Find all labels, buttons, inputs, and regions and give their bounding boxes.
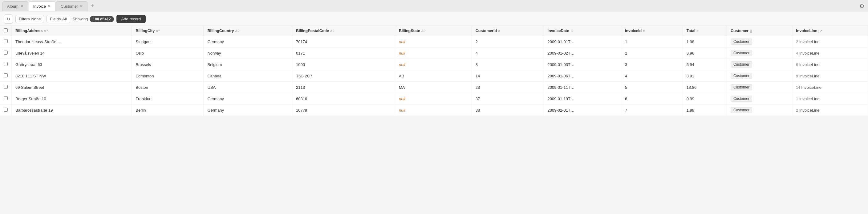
showing-badge: Showing 100 of 412 bbox=[73, 16, 114, 22]
col-invoice-line[interactable]: InvoiceLine [↗ bbox=[792, 26, 868, 36]
cell-invoice-date: 2009-01-03T… bbox=[544, 59, 621, 70]
cell-customer[interactable]: Customer bbox=[726, 48, 792, 59]
invoice-line-count: 6 bbox=[796, 62, 798, 67]
cell-billing-state: null bbox=[395, 48, 472, 59]
col-invoice-date[interactable]: InvoiceDate 🗓 bbox=[544, 26, 621, 36]
add-record-button[interactable]: Add record bbox=[117, 15, 146, 23]
row-checkbox-cell[interactable] bbox=[0, 105, 12, 116]
customer-badge[interactable]: Customer bbox=[731, 107, 752, 113]
data-table: BillingAddress A? BillingCity A? Billing… bbox=[0, 26, 868, 116]
fields-button[interactable]: Fields All bbox=[46, 15, 70, 23]
settings-icon[interactable]: ⚙ bbox=[858, 2, 866, 11]
col-billing-country-label: BillingCountry bbox=[207, 29, 234, 33]
cell-billing-country: Germany bbox=[204, 105, 292, 116]
table-row: Grétrystraat 63 Brussels Belgium 1000 nu… bbox=[0, 59, 868, 70]
cell-customer-id: 8 bbox=[472, 59, 544, 70]
tab-customer[interactable]: Customer ✕ bbox=[56, 1, 88, 11]
customer-badge[interactable]: Customer bbox=[731, 61, 752, 68]
invoice-line-label: InvoiceLine bbox=[799, 108, 819, 112]
cell-invoice-line: 1 InvoiceLine bbox=[792, 93, 868, 105]
row-checkbox-cell[interactable] bbox=[0, 82, 12, 93]
cell-invoice-date: 2009-01-11T… bbox=[544, 82, 621, 93]
row-checkbox[interactable] bbox=[4, 39, 8, 43]
row-checkbox-cell[interactable] bbox=[0, 36, 12, 48]
tab-invoice[interactable]: Invoice ✕ bbox=[29, 1, 56, 11]
row-checkbox-cell[interactable] bbox=[0, 70, 12, 82]
row-checkbox-cell[interactable] bbox=[0, 48, 12, 59]
tab-album-close[interactable]: ✕ bbox=[20, 4, 23, 8]
tab-album[interactable]: Album ✕ bbox=[2, 1, 28, 11]
refresh-button[interactable]: ↻ bbox=[4, 15, 13, 24]
cell-billing-address: Barbarossastraße 19 bbox=[12, 105, 132, 116]
cell-billing-address: Ullevålsveien 14 bbox=[12, 48, 132, 59]
cell-billing-city: Stuttgart bbox=[132, 36, 204, 48]
row-checkbox[interactable] bbox=[4, 51, 8, 55]
select-all-checkbox[interactable] bbox=[4, 28, 8, 32]
col-billing-address[interactable]: BillingAddress A? bbox=[12, 26, 132, 36]
customer-badge[interactable]: Customer bbox=[731, 50, 752, 56]
cell-customer[interactable]: Customer bbox=[726, 59, 792, 70]
col-total[interactable]: Total # bbox=[683, 26, 726, 36]
row-checkbox[interactable] bbox=[4, 108, 8, 112]
col-billing-country[interactable]: BillingCountry A? bbox=[204, 26, 292, 36]
toolbar: ↻ Filters None Fields All Showing 100 of… bbox=[0, 12, 868, 26]
cell-billing-address: Grétrystraat 63 bbox=[12, 59, 132, 70]
invoice-line-count: 4 bbox=[796, 51, 798, 55]
cell-billing-state: MA bbox=[395, 82, 472, 93]
cell-billing-country: Germany bbox=[204, 36, 292, 48]
col-billing-postal-code-type: A? bbox=[330, 29, 334, 33]
showing-label: Showing bbox=[73, 17, 88, 21]
cell-customer[interactable]: Customer bbox=[726, 105, 792, 116]
col-customer[interactable]: Customer {} bbox=[726, 26, 792, 36]
cell-billing-postal-code: 1000 bbox=[292, 59, 395, 70]
cell-billing-address: 69 Salem Street bbox=[12, 82, 132, 93]
cell-customer[interactable]: Customer bbox=[726, 36, 792, 48]
tab-customer-close[interactable]: ✕ bbox=[80, 4, 83, 8]
col-billing-city[interactable]: BillingCity A? bbox=[132, 26, 204, 36]
customer-badge[interactable]: Customer bbox=[731, 73, 752, 79]
fields-value: All bbox=[62, 17, 66, 21]
cell-invoice-date: 2009-02-01T… bbox=[544, 105, 621, 116]
table-row: Theodor-Heuss-Straße … Stuttgart Germany… bbox=[0, 36, 868, 48]
row-checkbox[interactable] bbox=[4, 96, 8, 100]
invoice-line-label: InvoiceLine bbox=[799, 51, 819, 55]
col-billing-state-type: A? bbox=[422, 29, 425, 33]
cell-customer-id: 23 bbox=[472, 82, 544, 93]
row-checkbox-cell[interactable] bbox=[0, 93, 12, 105]
cell-customer[interactable]: Customer bbox=[726, 82, 792, 93]
col-billing-state[interactable]: BillingState A? bbox=[395, 26, 472, 36]
row-checkbox[interactable] bbox=[4, 73, 8, 77]
cell-invoice-id: 4 bbox=[621, 70, 683, 82]
col-billing-postal-code[interactable]: BillingPostalCode A? bbox=[292, 26, 395, 36]
cell-billing-postal-code: T6G 2C7 bbox=[292, 70, 395, 82]
row-checkbox[interactable] bbox=[4, 62, 8, 66]
filters-button[interactable]: Filters None bbox=[16, 15, 44, 23]
cell-invoice-id: 3 bbox=[621, 59, 683, 70]
cell-invoice-line: 9 InvoiceLine bbox=[792, 70, 868, 82]
cell-billing-country: Germany bbox=[204, 93, 292, 105]
cell-customer[interactable]: Customer bbox=[726, 70, 792, 82]
customer-badge[interactable]: Customer bbox=[731, 96, 752, 102]
cell-billing-state: null bbox=[395, 105, 472, 116]
cell-customer[interactable]: Customer bbox=[726, 93, 792, 105]
row-checkbox[interactable] bbox=[4, 85, 8, 89]
cell-invoice-date: 2009-01-06T… bbox=[544, 70, 621, 82]
select-all-header[interactable] bbox=[0, 26, 12, 36]
add-tab-button[interactable]: + bbox=[88, 2, 96, 10]
tab-invoice-close[interactable]: ✕ bbox=[48, 4, 51, 8]
cell-invoice-line: 2 InvoiceLine bbox=[792, 36, 868, 48]
invoice-line-label: InvoiceLine bbox=[799, 74, 819, 78]
customer-badge[interactable]: Customer bbox=[731, 84, 752, 90]
col-invoice-id-label: InvoiceId bbox=[625, 29, 642, 33]
col-invoice-id[interactable]: InvoiceId # bbox=[621, 26, 683, 36]
cell-customer-id: 37 bbox=[472, 93, 544, 105]
col-customer-id[interactable]: CustomerId # bbox=[472, 26, 544, 36]
row-checkbox-cell[interactable] bbox=[0, 59, 12, 70]
cell-billing-city: Berlin bbox=[132, 105, 204, 116]
col-billing-country-type: A? bbox=[235, 29, 239, 33]
customer-badge[interactable]: Customer bbox=[731, 38, 752, 45]
cell-billing-postal-code: 60316 bbox=[292, 93, 395, 105]
cell-billing-country: Belgium bbox=[204, 59, 292, 70]
tab-customer-label: Customer bbox=[61, 4, 78, 9]
cell-invoice-id: 1 bbox=[621, 36, 683, 48]
